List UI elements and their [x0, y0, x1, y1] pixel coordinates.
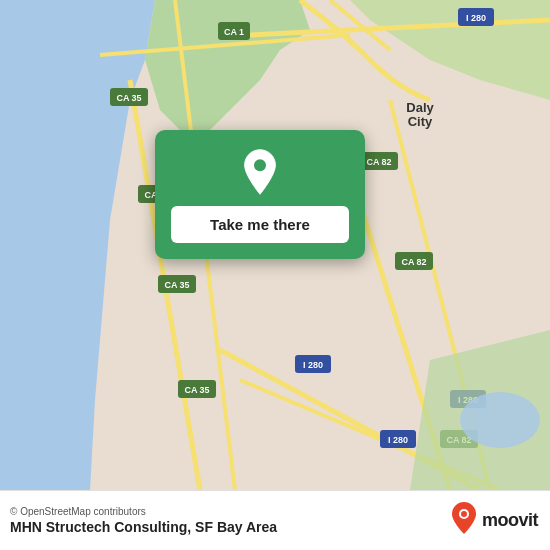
osm-credit: © OpenStreetMap contributors — [10, 506, 277, 517]
svg-point-40 — [254, 159, 266, 171]
bottom-bar: © OpenStreetMap contributors MHN Structe… — [0, 490, 550, 550]
svg-text:CA 1: CA 1 — [224, 27, 244, 37]
svg-text:I 280: I 280 — [303, 360, 323, 370]
bottom-left: © OpenStreetMap contributors MHN Structe… — [10, 506, 277, 535]
moovit-text: moovit — [482, 510, 538, 531]
svg-text:Daly: Daly — [406, 100, 434, 115]
map-container: CA 35 CA 35 CA 35 CA 35 CA 1 CA 82 CA 82… — [0, 0, 550, 490]
take-me-there-button[interactable]: Take me there — [171, 206, 349, 243]
moovit-pin-icon — [450, 501, 478, 541]
popup-card: Take me there — [155, 130, 365, 259]
svg-text:CA 35: CA 35 — [116, 93, 141, 103]
svg-text:I 280: I 280 — [466, 13, 486, 23]
location-title: MHN Structech Consulting, SF Bay Area — [10, 519, 277, 535]
svg-text:CA 35: CA 35 — [164, 280, 189, 290]
moovit-logo: moovit — [450, 501, 538, 541]
moovit-logo-icon — [450, 501, 478, 535]
svg-point-42 — [461, 511, 467, 517]
svg-text:CA 82: CA 82 — [401, 257, 426, 267]
svg-point-39 — [460, 392, 540, 448]
svg-text:CA 35: CA 35 — [184, 385, 209, 395]
svg-text:City: City — [408, 114, 433, 129]
location-pin-icon — [236, 148, 284, 196]
svg-text:CA 82: CA 82 — [366, 157, 391, 167]
svg-text:I 280: I 280 — [388, 435, 408, 445]
